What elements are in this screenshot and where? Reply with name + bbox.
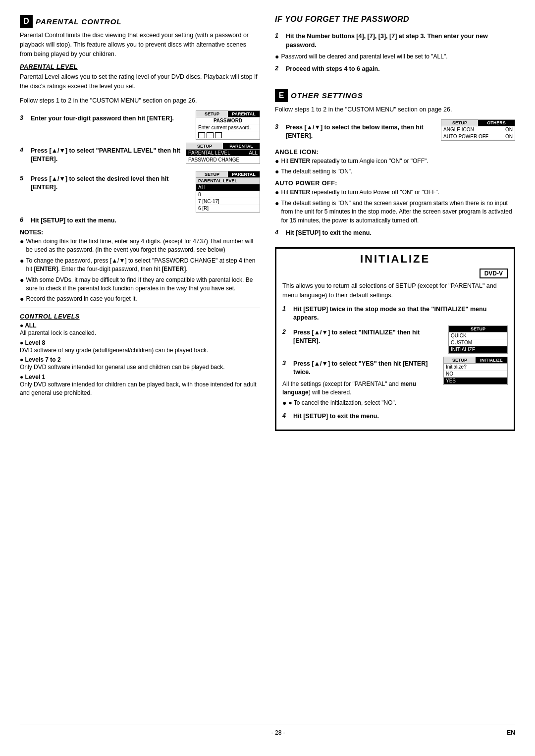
section-d-intro: Parental Control limits the disc viewing… xyxy=(20,31,260,58)
step-6-number: 6 xyxy=(20,216,26,223)
if-pwd-step1-num: 1 xyxy=(275,32,282,39)
screen-header-5: SETUP PARENTAL xyxy=(196,171,260,178)
step-4-text: Press [▲/▼] to select "PARENTAL LEVEL" t… xyxy=(31,147,182,164)
section-e-title: OTHER SETTINGS xyxy=(291,91,363,100)
parental-level-all: ALL xyxy=(249,150,258,156)
step-3-number: 3 xyxy=(20,114,26,121)
section-e-area: E OTHER SETTINGS Follow steps 1 to 2 in … xyxy=(275,89,515,238)
bullet-dot-2: ● xyxy=(20,257,24,274)
step-4-row: 4 Press [▲/▼] to select "PARENTAL LEVEL"… xyxy=(20,147,182,164)
step-5-parental: 5 Press [▲/▼] to select the desired leve… xyxy=(20,171,260,213)
autopwr-bullet-dot-2: ● xyxy=(275,199,279,225)
screen-row-title: PARENTAL LEVEL xyxy=(196,178,260,184)
angle-icon-heading: ANGLE ICON: xyxy=(275,149,515,156)
notes-section: NOTES: ● When doing this for the first t… xyxy=(20,229,260,304)
step-4-parental: 4 Press [▲/▼] to select "PARENTAL LEVEL"… xyxy=(20,143,260,168)
level-8-title: ● Level 8 xyxy=(20,339,260,346)
level-1: ● Level 1 Only DVD software intended for… xyxy=(20,374,260,397)
screen-h5-parental: PARENTAL xyxy=(228,171,260,177)
init-step3-content: 3 Press [▲/▼] to select "YES" then hit [… xyxy=(282,357,439,409)
password-boxes xyxy=(196,131,260,139)
screen-row-pwd-change: PASSWORD CHANGE xyxy=(186,157,260,163)
angle-bullet-text-1: Hit ENTER repeatedly to turn Angle icon … xyxy=(281,157,515,165)
parental-level-heading: PARENTAL LEVEL xyxy=(20,63,260,70)
step-3-row: 3 Enter your four-digit password then hi… xyxy=(20,114,192,123)
init-step3-body: All the settings (except for "PARENTAL" … xyxy=(282,380,439,397)
level-all-title: ● ALL xyxy=(20,322,260,329)
autopwr-bullet-text-2: The default setting is "ON" and the scre… xyxy=(281,199,515,225)
screen-row-enter-pwd: Enter current password. xyxy=(196,124,260,131)
section-e-step4-num: 4 xyxy=(275,229,281,236)
init-step2-num: 2 xyxy=(282,328,289,335)
screen-row-parental-level: PARENTAL LEVEL ALL xyxy=(186,150,260,157)
others-screen-header: SETUP OTHERS xyxy=(441,120,515,126)
init-step2-content: 2 Press [▲/▼] to select "INITIALIZE" the… xyxy=(282,325,444,349)
page: D PARENTAL CONTROL Parental Control limi… xyxy=(0,0,535,756)
level-1-desc: Only DVD software intended for children … xyxy=(20,380,260,397)
step-4-content: 4 Press [▲/▼] to select "PARENTAL LEVEL"… xyxy=(20,143,182,168)
init-screen-2-header: SETUP xyxy=(449,326,507,332)
desired-level-screen: SETUP PARENTAL PARENTAL LEVEL ALL 8 7 [N… xyxy=(196,171,260,213)
step-5-row: 5 Press [▲/▼] to select the desired leve… xyxy=(20,175,192,192)
angle-bullet-text-2: The default setting is "ON". xyxy=(281,167,515,176)
angle-bullet-1: ● Hit ENTER repeatedly to turn Angle ico… xyxy=(275,157,515,165)
bullet-dot-3: ● xyxy=(20,276,24,293)
init-screen-q: Initialize? xyxy=(444,364,507,371)
parental-level-label: PARENTAL LEVEL xyxy=(188,150,230,156)
section-e-letter: E xyxy=(275,89,288,102)
init-step3-num: 3 xyxy=(282,360,289,367)
screen-header-setup: SETUP xyxy=(196,111,228,117)
init-screen-3: SETUP INITIALIZE Initialize? NO YES xyxy=(443,357,508,385)
note-text-4: Record the password in case you forget i… xyxy=(26,295,260,303)
others-header-setup: SETUP xyxy=(441,120,478,126)
init-screen-initialize: INITIALIZE xyxy=(449,346,507,353)
autopwr-bullet-text-1: Hit ENTER repeatedly to turn Auto Power … xyxy=(281,188,515,197)
section-e-heading: E OTHER SETTINGS xyxy=(275,89,515,102)
auto-power-off-heading: AUTO POWER OFF: xyxy=(275,180,515,187)
if-pwd-step2: 2 Proceed with steps 4 to 6 again. xyxy=(275,65,515,74)
initialize-title: INITIALIZE xyxy=(282,253,508,266)
control-levels-heading: CONTROL LEVELS xyxy=(20,313,260,320)
init-step4-text: Hit [SETUP] to exit the menu. xyxy=(293,412,508,421)
pwd-box-2 xyxy=(207,132,214,138)
init-step4-num: 4 xyxy=(282,412,289,419)
angle-val: ON xyxy=(505,127,513,132)
section-e-step3: 3 Press [▲/▼] to select the below items,… xyxy=(275,119,515,145)
notes-title: NOTES: xyxy=(20,229,260,236)
screen-header-parental: PARENTAL xyxy=(228,111,260,117)
screen-h4-parental: PARENTAL xyxy=(223,143,260,149)
if-pwd-step1: 1 Hit the Number buttons [4], [7], [3], … xyxy=(275,32,515,50)
init-screen-2: SETUP QUICK CUSTOM INITIALIZE xyxy=(448,325,508,354)
step-3-parental: 3 Enter your four-digit password then hi… xyxy=(20,110,260,140)
if-pwd-step2-num: 2 xyxy=(275,65,282,72)
step-5-screen: SETUP PARENTAL PARENTAL LEVEL ALL 8 7 [N… xyxy=(196,171,260,213)
init-step2-row: 2 Press [▲/▼] to select "INITIALIZE" the… xyxy=(282,328,444,346)
page-number: - 28 - xyxy=(50,729,507,736)
autopwr-bullet-dot-1: ● xyxy=(275,188,279,197)
init-step2-screen: SETUP QUICK CUSTOM INITIALIZE xyxy=(448,325,508,354)
pwd-box-1 xyxy=(198,132,205,138)
autopwr-bullet-1: ● Hit ENTER repeatedly to turn Auto Powe… xyxy=(275,188,515,197)
level-1-title: ● Level 1 xyxy=(20,374,260,380)
initialize-section: INITIALIZE DVD-V This allows you to retu… xyxy=(275,247,515,431)
screen-level-7: 7 [NC-17] xyxy=(196,198,260,205)
initialize-intro: This allows you to return all selections… xyxy=(282,281,508,300)
step-5-content: 5 Press [▲/▼] to select the desired leve… xyxy=(20,171,192,196)
init-step3-row: 3 Press [▲/▼] to select "YES" then hit [… xyxy=(282,360,439,377)
step-6-text: Hit [SETUP] to exit the menu. xyxy=(31,216,260,225)
bullet-dot-1: ● xyxy=(20,237,24,255)
right-column: IF YOU FORGET THE PASSWORD 1 Hit the Num… xyxy=(275,15,515,714)
init-screen-2-setup: SETUP xyxy=(449,326,507,332)
note-item-1: ● When doing this for the first time, en… xyxy=(20,237,260,255)
step-6-row: 6 Hit [SETUP] to exit the menu. xyxy=(20,216,260,225)
screen-h4-setup: SETUP xyxy=(186,143,223,149)
init-cancel-text: ● To cancel the initialization, select "… xyxy=(288,399,439,407)
step-4-number: 4 xyxy=(20,147,26,154)
note-item-3: ● With some DVDs, it may be difficult to… xyxy=(20,276,260,293)
angle-label: ANGLE ICON xyxy=(443,127,474,132)
init-step3-screen: SETUP INITIALIZE Initialize? NO YES xyxy=(443,357,508,385)
note-text-2: To change the password, press [▲/▼] to s… xyxy=(26,257,260,274)
screen-row-password: PASSWORD xyxy=(196,117,260,124)
init-screen-yes: YES xyxy=(444,378,507,384)
level-all: ● ALL All parental lock is cancelled. xyxy=(20,322,260,337)
